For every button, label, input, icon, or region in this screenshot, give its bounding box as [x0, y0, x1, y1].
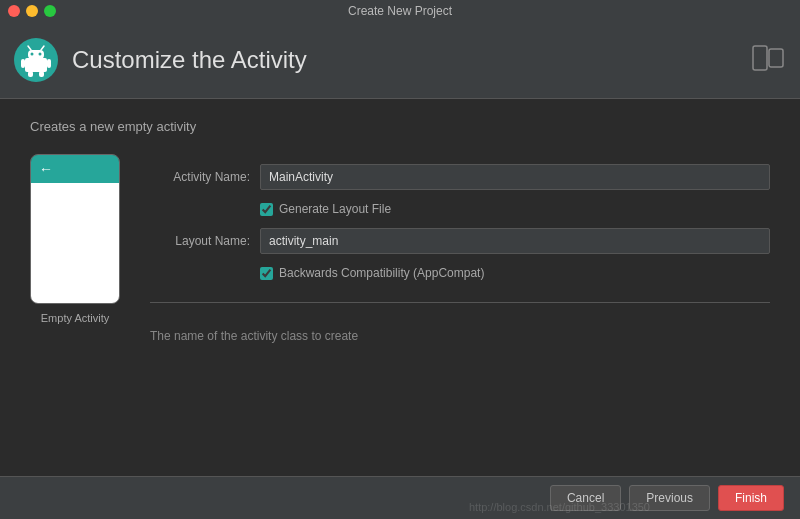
- activity-name-row: Activity Name:: [150, 164, 770, 190]
- svg-point-3: [31, 53, 34, 56]
- page-header: Customize the Activity: [0, 22, 800, 99]
- separator: [150, 302, 770, 303]
- form-fields: Activity Name: Generate Layout File Layo…: [150, 154, 770, 456]
- svg-rect-7: [21, 59, 25, 68]
- svg-rect-10: [39, 71, 44, 77]
- window-title: Create New Project: [348, 4, 452, 18]
- svg-rect-11: [753, 46, 767, 70]
- activity-name-input[interactable]: [260, 164, 770, 190]
- phone-preview: ← Empty Activity: [30, 154, 120, 456]
- watermark-text: http://blog.csdn.net/github_33301350: [469, 501, 650, 513]
- bottom-hint-text: The name of the activity class to create: [150, 325, 770, 343]
- generate-layout-label: Generate Layout File: [279, 202, 391, 216]
- svg-rect-12: [769, 49, 783, 67]
- main-window: Customize the Activity Creates a new emp…: [0, 22, 800, 519]
- layout-name-input[interactable]: [260, 228, 770, 254]
- svg-rect-9: [28, 71, 33, 77]
- header-left: Customize the Activity: [12, 36, 307, 84]
- form-area: ← Empty Activity Activity Name: Generate…: [30, 154, 770, 456]
- layout-name-label: Layout Name:: [150, 234, 250, 248]
- backwards-compat-label: Backwards Compatibility (AppCompat): [279, 266, 484, 280]
- activity-name-label: Activity Name:: [150, 170, 250, 184]
- description-text: Creates a new empty activity: [30, 119, 770, 134]
- page-title: Customize the Activity: [72, 46, 307, 74]
- backwards-compat-row: Backwards Compatibility (AppCompat): [150, 266, 770, 280]
- svg-rect-1: [25, 58, 47, 72]
- phone-top-bar: ←: [31, 155, 119, 183]
- svg-rect-2: [28, 50, 44, 59]
- footer: http://blog.csdn.net/github_33301350 Can…: [0, 476, 800, 519]
- android-logo-icon: [12, 36, 60, 84]
- content-area: Creates a new empty activity ← Empty Act…: [0, 99, 800, 476]
- layout-name-row: Layout Name:: [150, 228, 770, 254]
- traffic-lights: [8, 5, 56, 17]
- title-bar: Create New Project: [0, 0, 800, 22]
- generate-layout-checkbox[interactable]: [260, 203, 273, 216]
- svg-point-4: [39, 53, 42, 56]
- activity-type-label: Empty Activity: [41, 312, 109, 324]
- minimize-button[interactable]: [26, 5, 38, 17]
- back-arrow-icon: ←: [39, 161, 53, 177]
- close-button[interactable]: [8, 5, 20, 17]
- finish-button[interactable]: Finish: [718, 485, 784, 511]
- maximize-button[interactable]: [44, 5, 56, 17]
- device-preview-icon: [752, 45, 784, 76]
- svg-rect-8: [47, 59, 51, 68]
- phone-mockup: ←: [30, 154, 120, 304]
- backwards-compat-checkbox[interactable]: [260, 267, 273, 280]
- generate-layout-row: Generate Layout File: [150, 202, 770, 216]
- phone-body: [31, 183, 119, 303]
